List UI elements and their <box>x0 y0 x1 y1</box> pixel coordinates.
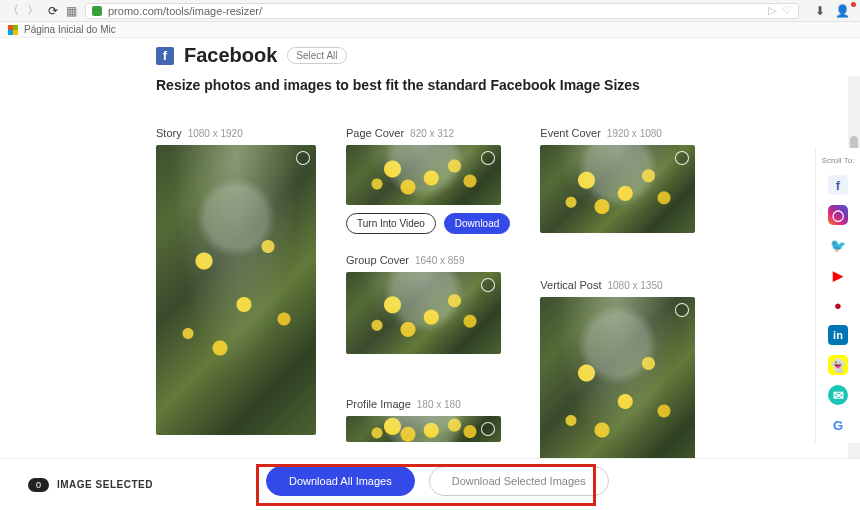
download-all-button[interactable]: Download All Images <box>266 466 415 496</box>
select-toggle[interactable] <box>481 422 495 436</box>
item-title-group-cover: Group Cover <box>346 254 409 266</box>
scroll-linkedin-icon[interactable]: in <box>828 325 848 345</box>
forward-button[interactable]: 〉 <box>26 2 40 19</box>
selected-count: 0 <box>28 478 49 492</box>
thumb-page-cover[interactable] <box>346 145 501 205</box>
item-dim-profile-image: 180 x 180 <box>417 399 461 410</box>
scroll-to-panel: Scroll To: f ◯ 🐦 ▶ ● in 👻 ✉ G <box>816 148 860 443</box>
item-title-profile-image: Profile Image <box>346 398 411 410</box>
scroll-twitter-icon[interactable]: 🐦 <box>828 235 848 255</box>
thumb-group-cover[interactable] <box>346 272 501 354</box>
scroll-facebook-icon[interactable]: f <box>828 175 848 195</box>
section-subtitle: Resize photos and images to best fit the… <box>156 77 716 93</box>
scroll-to-label: Scroll To: <box>822 156 855 165</box>
download-indicator-icon[interactable]: ⬇ <box>815 4 825 18</box>
heart-icon[interactable]: ♡ <box>782 4 792 17</box>
scroll-email-icon[interactable]: ✉ <box>828 385 848 405</box>
select-all-button[interactable]: Select All <box>287 47 346 64</box>
scroll-snapchat-icon[interactable]: 👻 <box>828 355 848 375</box>
item-title-page-cover: Page Cover <box>346 127 404 139</box>
scroll-youtube-icon[interactable]: ▶ <box>828 265 848 285</box>
scroll-google-icon[interactable]: G <box>828 415 848 435</box>
bookmark-item[interactable]: Página Inicial do Mic <box>24 24 116 35</box>
apps-button[interactable]: ▦ <box>66 4 77 18</box>
download-selected-button[interactable]: Download Selected Images <box>429 466 609 496</box>
bookmark-bar: Página Inicial do Mic <box>0 22 860 38</box>
download-button[interactable]: Download <box>444 213 510 234</box>
item-title-event-cover: Event Cover <box>540 127 601 139</box>
send-icon[interactable]: ▷ <box>768 4 776 17</box>
item-dim-group-cover: 1640 x 859 <box>415 255 465 266</box>
select-toggle[interactable] <box>481 151 495 165</box>
item-title-vertical-post: Vertical Post <box>540 279 601 291</box>
selected-label: IMAGE SELECTED <box>57 479 153 490</box>
select-toggle[interactable] <box>296 151 310 165</box>
turn-into-video-button[interactable]: Turn Into Video <box>346 213 436 234</box>
select-toggle[interactable] <box>675 151 689 165</box>
item-dim-event-cover: 1920 x 1080 <box>607 128 662 139</box>
browser-toolbar: 〈 〉 ⟳ ▦ promo.com/tools/image-resizer/ ▷… <box>0 0 860 22</box>
item-dim-vertical-post: 1080 x 1350 <box>607 280 662 291</box>
item-dim-story: 1080 x 1920 <box>188 128 243 139</box>
reload-button[interactable]: ⟳ <box>48 4 58 18</box>
thumb-story[interactable] <box>156 145 316 435</box>
url-text: promo.com/tools/image-resizer/ <box>108 5 262 17</box>
account-icon[interactable]: 👤 <box>835 4 850 18</box>
microsoft-icon <box>8 25 18 35</box>
back-button[interactable]: 〈 <box>6 2 20 19</box>
item-dim-page-cover: 820 x 312 <box>410 128 454 139</box>
url-bar[interactable]: promo.com/tools/image-resizer/ ▷ ♡ <box>85 3 799 19</box>
item-title-story: Story <box>156 127 182 139</box>
thumb-event-cover[interactable] <box>540 145 695 233</box>
facebook-icon: f <box>156 47 174 65</box>
select-toggle[interactable] <box>675 303 689 317</box>
thumb-profile-image[interactable] <box>346 416 501 442</box>
scroll-pinterest-icon[interactable]: ● <box>828 295 848 315</box>
select-toggle[interactable] <box>481 278 495 292</box>
lock-icon <box>92 6 102 16</box>
scroll-instagram-icon[interactable]: ◯ <box>828 205 848 225</box>
section-title: Facebook <box>184 44 277 67</box>
